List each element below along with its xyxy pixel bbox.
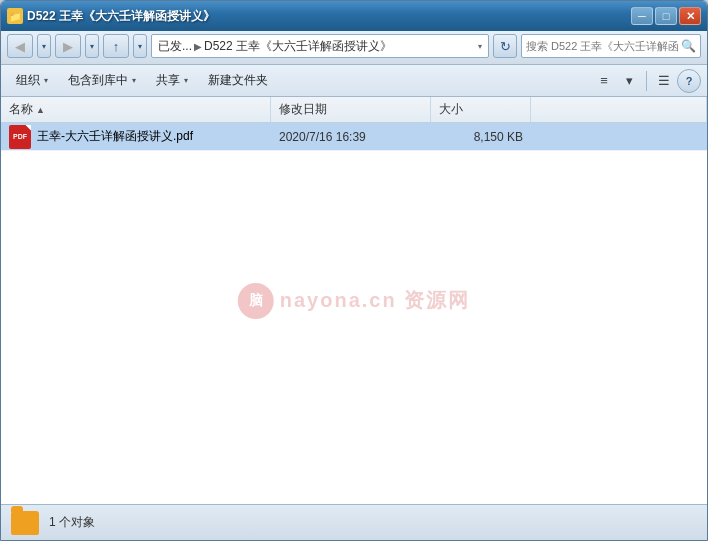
- table-row[interactable]: PDF 王幸-大六壬详解函授讲义.pdf 2020/7/16 16:39 8,1…: [1, 123, 707, 151]
- help-button[interactable]: ?: [677, 69, 701, 93]
- up-button[interactable]: ↑: [103, 34, 129, 58]
- toolbar-separator: [646, 71, 647, 91]
- pdf-icon-label: PDF: [13, 133, 27, 140]
- col-size-label: 大小: [439, 101, 463, 118]
- search-icon[interactable]: 🔍: [681, 39, 696, 53]
- path-segment-2: D522 王幸《大六壬详解函授讲义》: [204, 38, 392, 55]
- window-title: D522 王幸《大六壬详解函授讲义》: [27, 8, 215, 25]
- toolbar: 组织 ▾ 包含到库中 ▾ 共享 ▾ 新建文件夹 ≡ ▾ ☰ ?: [1, 65, 707, 97]
- titlebar: 📁 D522 王幸《大六壬详解函授讲义》 ─ □ ✕: [1, 1, 707, 31]
- nav-dropdown-extra[interactable]: ▾: [133, 34, 147, 58]
- col-header-date[interactable]: 修改日期: [271, 97, 431, 122]
- addressbar-area: ◀ ▾ ▶ ▾ ↑ ▾ 已发... ▶ D522 王幸《大六壬详解函授讲义》 ▾…: [1, 31, 707, 65]
- path-arrow-1: ▶: [194, 41, 202, 52]
- organize-dropdown-icon: ▾: [44, 76, 48, 85]
- forward-dropdown[interactable]: ▾: [85, 34, 99, 58]
- address-dropdown-icon[interactable]: ▾: [478, 42, 482, 51]
- col-date-label: 修改日期: [279, 101, 327, 118]
- file-area: 名称 ▲ 修改日期 大小 PDF 王幸-大六壬详解函授讲义.pdf: [1, 97, 707, 504]
- file-size-cell: 8,150 KB: [431, 123, 531, 150]
- file-date: 2020/7/16 16:39: [279, 130, 366, 144]
- search-bar: 🔍: [521, 34, 701, 58]
- library-dropdown-icon: ▾: [132, 76, 136, 85]
- back-button[interactable]: ◀: [7, 34, 33, 58]
- new-folder-label: 新建文件夹: [208, 72, 268, 89]
- col-header-type[interactable]: [531, 97, 707, 122]
- address-path: 已发... ▶ D522 王幸《大六壬详解函授讲义》: [158, 38, 474, 55]
- statusbar: 1 个对象: [1, 504, 707, 540]
- col-sort-icon: ▲: [36, 105, 45, 115]
- titlebar-left: 📁 D522 王幸《大六壬详解函授讲义》: [7, 8, 215, 25]
- share-button[interactable]: 共享 ▾: [147, 68, 197, 94]
- share-label: 共享: [156, 72, 180, 89]
- address-bar[interactable]: 已发... ▶ D522 王幸《大六壬详解函授讲义》 ▾: [151, 34, 489, 58]
- pdf-icon: PDF: [9, 125, 31, 149]
- window-icon: 📁: [7, 8, 23, 24]
- file-type-cell: [531, 123, 707, 150]
- explorer-window: 📁 D522 王幸《大六壬详解函授讲义》 ─ □ ✕ ◀ ▾ ▶ ▾ ↑ ▾ 已…: [0, 0, 708, 541]
- close-button[interactable]: ✕: [679, 7, 701, 25]
- file-name: 王幸-大六壬详解函授讲义.pdf: [37, 128, 193, 145]
- path-segment-1: 已发...: [158, 38, 192, 55]
- view-dropdown-button[interactable]: ▾: [617, 69, 641, 93]
- refresh-button[interactable]: ↻: [493, 34, 517, 58]
- col-header-name[interactable]: 名称 ▲: [1, 97, 271, 122]
- library-button[interactable]: 包含到库中 ▾: [59, 68, 145, 94]
- organize-button[interactable]: 组织 ▾: [7, 68, 57, 94]
- col-name-label: 名称: [9, 101, 33, 118]
- back-dropdown[interactable]: ▾: [37, 34, 51, 58]
- file-list: PDF 王幸-大六壬详解函授讲义.pdf 2020/7/16 16:39 8,1…: [1, 123, 707, 504]
- col-header-size[interactable]: 大小: [431, 97, 531, 122]
- nav-row: ◀ ▾ ▶ ▾ ↑ ▾ 已发... ▶ D522 王幸《大六壬详解函授讲义》 ▾…: [7, 34, 701, 58]
- view-buttons: ≡ ▾ ☰ ?: [592, 69, 701, 93]
- file-name-cell: PDF 王幸-大六壬详解函授讲义.pdf: [1, 123, 271, 150]
- library-label: 包含到库中: [68, 72, 128, 89]
- details-pane-button[interactable]: ☰: [652, 69, 676, 93]
- view-list-button[interactable]: ≡: [592, 69, 616, 93]
- search-input[interactable]: [526, 40, 679, 52]
- share-dropdown-icon: ▾: [184, 76, 188, 85]
- titlebar-controls: ─ □ ✕: [631, 7, 701, 25]
- file-date-cell: 2020/7/16 16:39: [271, 123, 431, 150]
- forward-button[interactable]: ▶: [55, 34, 81, 58]
- maximize-button[interactable]: □: [655, 7, 677, 25]
- organize-label: 组织: [16, 72, 40, 89]
- status-folder-icon: [11, 511, 39, 535]
- column-headers: 名称 ▲ 修改日期 大小: [1, 97, 707, 123]
- new-folder-button[interactable]: 新建文件夹: [199, 68, 277, 94]
- file-size: 8,150 KB: [474, 130, 523, 144]
- status-count-text: 1 个对象: [49, 514, 95, 531]
- minimize-button[interactable]: ─: [631, 7, 653, 25]
